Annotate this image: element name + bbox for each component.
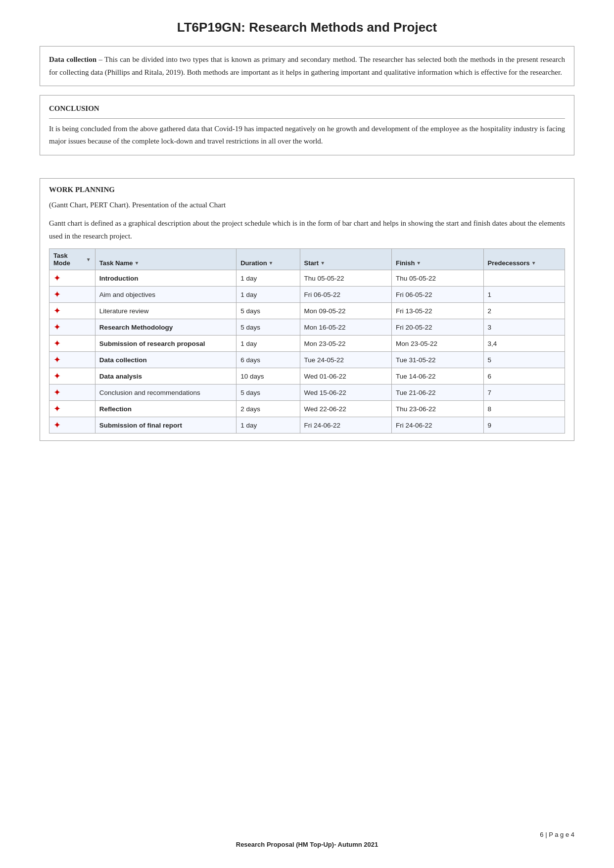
table-row: ✦Data collection6 daysTue 24-05-22Tue 31… bbox=[49, 352, 565, 368]
col-header-duration-label: Duration bbox=[240, 259, 267, 267]
work-planning-subtitle: (Gantt Chart, PERT Chart). Presentation … bbox=[49, 199, 565, 212]
task-mode-cell: ✦ bbox=[49, 352, 95, 368]
duration-dropdown-icon[interactable]: ▼ bbox=[269, 260, 274, 266]
table-row: ✦Conclusion and recommendations5 daysWed… bbox=[49, 385, 565, 401]
duration-cell: 1 day bbox=[236, 287, 300, 303]
page-footer: Research Proposal (HM Top-Up)- Autumn 20… bbox=[0, 841, 614, 848]
start-cell: Mon 23-05-22 bbox=[300, 336, 392, 352]
start-cell: Fri 24-06-22 bbox=[300, 417, 392, 434]
col-header-taskmode-label: Task Mode bbox=[53, 252, 85, 267]
task-mode-cell: ✦ bbox=[49, 385, 95, 401]
start-cell: Wed 22-06-22 bbox=[300, 401, 392, 417]
finish-cell: Tue 14-06-22 bbox=[392, 368, 484, 385]
task-mode-cell: ✦ bbox=[49, 417, 95, 434]
task-mode-cell: ✦ bbox=[49, 270, 95, 287]
col-header-finish[interactable]: Finish ▼ bbox=[392, 249, 484, 270]
col-header-predecessors-label: Predecessors bbox=[488, 259, 530, 267]
task-icon: ✦ bbox=[53, 305, 61, 316]
col-header-duration[interactable]: Duration ▼ bbox=[236, 249, 300, 270]
start-cell: Wed 01-06-22 bbox=[300, 368, 392, 385]
data-collection-section: Data collection – This can be divided in… bbox=[40, 46, 574, 86]
work-planning-heading: WORK PLANNING bbox=[49, 186, 565, 194]
task-icon: ✦ bbox=[53, 387, 61, 398]
task-name-cell: Introduction bbox=[95, 270, 236, 287]
work-planning-section: WORK PLANNING (Gantt Chart, PERT Chart).… bbox=[40, 178, 574, 441]
table-row: ✦Submission of final report1 dayFri 24-0… bbox=[49, 417, 565, 434]
start-cell: Mon 09-05-22 bbox=[300, 303, 392, 319]
col-header-taskmode[interactable]: Task Mode ▼ bbox=[49, 249, 95, 270]
duration-cell: 5 days bbox=[236, 319, 300, 336]
duration-cell: 5 days bbox=[236, 303, 300, 319]
taskname-dropdown-icon[interactable]: ▼ bbox=[134, 260, 139, 266]
table-row: ✦Submission of research proposal1 dayMon… bbox=[49, 336, 565, 352]
finish-dropdown-icon[interactable]: ▼ bbox=[416, 260, 421, 266]
task-mode-cell: ✦ bbox=[49, 303, 95, 319]
start-cell: Fri 06-05-22 bbox=[300, 287, 392, 303]
col-header-finish-label: Finish bbox=[396, 259, 415, 267]
predecessors-cell: 1 bbox=[483, 287, 565, 303]
task-mode-cell: ✦ bbox=[49, 401, 95, 417]
data-collection-body: This can be divided into two types that … bbox=[49, 55, 565, 76]
table-row: ✦Data analysis10 daysWed 01-06-22Tue 14-… bbox=[49, 368, 565, 385]
col-header-taskname[interactable]: Task Name ▼ bbox=[95, 249, 236, 270]
task-icon: ✦ bbox=[53, 322, 61, 333]
start-cell: Tue 24-05-22 bbox=[300, 352, 392, 368]
conclusion-body: It is being concluded from the above gat… bbox=[49, 123, 565, 148]
task-name-cell: Literature review bbox=[95, 303, 236, 319]
taskmode-dropdown-icon[interactable]: ▼ bbox=[86, 257, 91, 262]
duration-cell: 1 day bbox=[236, 336, 300, 352]
task-mode-cell: ✦ bbox=[49, 287, 95, 303]
duration-cell: 1 day bbox=[236, 417, 300, 434]
page-number: 6 | P a g e 4 bbox=[540, 831, 574, 838]
col-header-start[interactable]: Start ▼ bbox=[300, 249, 392, 270]
finish-cell: Fri 24-06-22 bbox=[392, 417, 484, 434]
finish-cell: Thu 23-06-22 bbox=[392, 401, 484, 417]
finish-cell: Tue 31-05-22 bbox=[392, 352, 484, 368]
predecessors-cell: 3 bbox=[483, 319, 565, 336]
table-row: ✦Research Methodology5 daysMon 16-05-22F… bbox=[49, 319, 565, 336]
predecessors-cell: 8 bbox=[483, 401, 565, 417]
task-icon: ✦ bbox=[53, 338, 61, 349]
table-row: ✦Aim and objectives1 dayFri 06-05-22Fri … bbox=[49, 287, 565, 303]
duration-cell: 10 days bbox=[236, 368, 300, 385]
task-icon: ✦ bbox=[53, 420, 61, 431]
task-name-cell: Research Methodology bbox=[95, 319, 236, 336]
conclusion-section: CONCLUSION It is being concluded from th… bbox=[40, 95, 574, 155]
finish-cell: Tue 21-06-22 bbox=[392, 385, 484, 401]
page-title: LT6P19GN: Research Methods and Project bbox=[40, 20, 574, 35]
predecessors-cell bbox=[483, 270, 565, 287]
table-row: ✦Reflection2 daysWed 22-06-22Thu 23-06-2… bbox=[49, 401, 565, 417]
duration-cell: 2 days bbox=[236, 401, 300, 417]
task-mode-cell: ✦ bbox=[49, 319, 95, 336]
start-dropdown-icon[interactable]: ▼ bbox=[320, 260, 325, 266]
predecessors-dropdown-icon[interactable]: ▼ bbox=[531, 260, 536, 266]
task-name-cell: Data analysis bbox=[95, 368, 236, 385]
finish-cell: Thu 05-05-22 bbox=[392, 270, 484, 287]
start-cell: Mon 16-05-22 bbox=[300, 319, 392, 336]
finish-cell: Mon 23-05-22 bbox=[392, 336, 484, 352]
data-collection-label: Data collection bbox=[49, 55, 96, 63]
data-collection-dash: – bbox=[96, 55, 104, 63]
col-header-predecessors[interactable]: Predecessors ▼ bbox=[483, 249, 565, 270]
predecessors-cell: 6 bbox=[483, 368, 565, 385]
task-icon: ✦ bbox=[53, 273, 61, 284]
start-cell: Thu 05-05-22 bbox=[300, 270, 392, 287]
start-cell: Wed 15-06-22 bbox=[300, 385, 392, 401]
task-name-cell: Conclusion and recommendations bbox=[95, 385, 236, 401]
work-planning-description: Gantt chart is defined as a graphical de… bbox=[49, 217, 565, 242]
predecessors-cell: 2 bbox=[483, 303, 565, 319]
gantt-table: Task Mode ▼ Task Name ▼ Duration ▼ bbox=[49, 248, 565, 434]
predecessors-cell: 7 bbox=[483, 385, 565, 401]
task-name-cell: Aim and objectives bbox=[95, 287, 236, 303]
duration-cell: 5 days bbox=[236, 385, 300, 401]
table-row: ✦Introduction1 dayThu 05-05-22Thu 05-05-… bbox=[49, 270, 565, 287]
duration-cell: 1 day bbox=[236, 270, 300, 287]
task-mode-cell: ✦ bbox=[49, 336, 95, 352]
col-header-taskname-label: Task Name bbox=[99, 259, 133, 267]
duration-cell: 6 days bbox=[236, 352, 300, 368]
predecessors-cell: 5 bbox=[483, 352, 565, 368]
finish-cell: Fri 13-05-22 bbox=[392, 303, 484, 319]
finish-cell: Fri 20-05-22 bbox=[392, 319, 484, 336]
task-icon: ✦ bbox=[53, 354, 61, 365]
task-name-cell: Submission of research proposal bbox=[95, 336, 236, 352]
